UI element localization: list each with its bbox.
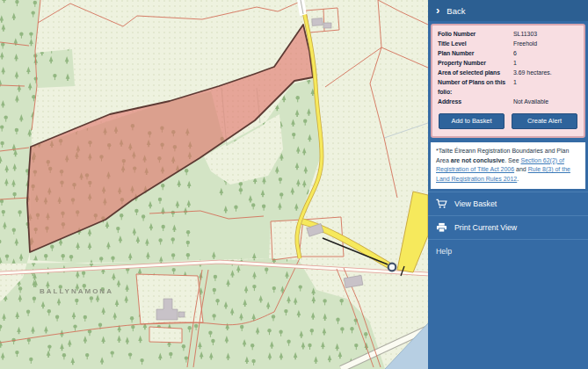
- folio-info-row: Plan Number6: [438, 49, 578, 59]
- folio-info-row: Folio NumberSL11303: [438, 30, 578, 40]
- basket-icon: [436, 199, 447, 209]
- printer-icon: [436, 222, 447, 233]
- map-viewport[interactable]: BALLYNAMONA: [0, 0, 428, 369]
- add-to-basket-button[interactable]: Add to Basket: [439, 113, 505, 129]
- land-registry-map[interactable]: BALLYNAMONA: [0, 0, 428, 369]
- back-chevron-icon: ›: [436, 4, 439, 16]
- create-alert-button[interactable]: Create Alert: [512, 113, 577, 129]
- folio-info-row: Title LevelFreehold: [438, 40, 578, 49]
- sidebar: › Back Folio NumberSL11303 Title LevelFr…: [428, 0, 588, 369]
- folio-info-panel: Folio NumberSL11303 Title LevelFreehold …: [431, 24, 585, 138]
- back-label: Back: [446, 6, 465, 16]
- townland-label: BALLYNAMONA: [40, 287, 113, 295]
- folio-info-row: Area of selected plans3.69 hectares.: [438, 69, 578, 78]
- folio-info-row: Property Number1: [438, 59, 578, 69]
- help-link[interactable]: Help: [428, 239, 588, 263]
- folio-info-row: Number of Plans on this folio:1: [438, 78, 578, 97]
- view-basket-button[interactable]: View Basket: [428, 192, 588, 215]
- folio-info-row: AddressNot Available: [438, 98, 578, 107]
- back-button[interactable]: › Back: [428, 0, 588, 21]
- print-current-view-button[interactable]: Print Current View: [428, 215, 588, 239]
- location-marker[interactable]: [388, 264, 396, 271]
- disclaimer-note: *Tailte Éireann Registration Boundaries …: [431, 142, 585, 189]
